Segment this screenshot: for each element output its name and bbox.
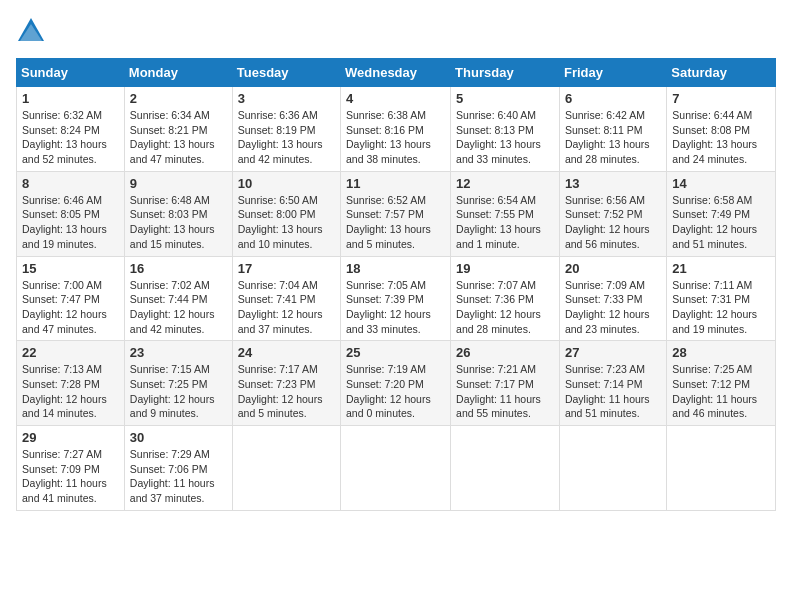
- calendar-cell: 11 Sunrise: 6:52 AMSunset: 7:57 PMDaylig…: [341, 171, 451, 256]
- day-number: 20: [565, 261, 661, 276]
- day-info: Sunrise: 6:52 AMSunset: 7:57 PMDaylight:…: [346, 193, 445, 252]
- calendar-cell: 12 Sunrise: 6:54 AMSunset: 7:55 PMDaylig…: [451, 171, 560, 256]
- day-number: 21: [672, 261, 770, 276]
- day-info: Sunrise: 7:15 AMSunset: 7:25 PMDaylight:…: [130, 362, 227, 421]
- day-number: 29: [22, 430, 119, 445]
- header-saturday: Saturday: [667, 59, 776, 87]
- day-info: Sunrise: 6:50 AMSunset: 8:00 PMDaylight:…: [238, 193, 335, 252]
- day-number: 18: [346, 261, 445, 276]
- calendar-cell: 5 Sunrise: 6:40 AMSunset: 8:13 PMDayligh…: [451, 87, 560, 172]
- day-number: 26: [456, 345, 554, 360]
- header-monday: Monday: [124, 59, 232, 87]
- day-info: Sunrise: 6:46 AMSunset: 8:05 PMDaylight:…: [22, 193, 119, 252]
- day-info: Sunrise: 6:32 AMSunset: 8:24 PMDaylight:…: [22, 108, 119, 167]
- day-number: 9: [130, 176, 227, 191]
- day-number: 24: [238, 345, 335, 360]
- day-number: 8: [22, 176, 119, 191]
- calendar-cell: [341, 426, 451, 511]
- day-info: Sunrise: 7:29 AMSunset: 7:06 PMDaylight:…: [130, 447, 227, 506]
- calendar-cell: 18 Sunrise: 7:05 AMSunset: 7:39 PMDaylig…: [341, 256, 451, 341]
- day-info: Sunrise: 7:00 AMSunset: 7:47 PMDaylight:…: [22, 278, 119, 337]
- day-info: Sunrise: 6:58 AMSunset: 7:49 PMDaylight:…: [672, 193, 770, 252]
- day-info: Sunrise: 7:13 AMSunset: 7:28 PMDaylight:…: [22, 362, 119, 421]
- header-friday: Friday: [559, 59, 666, 87]
- day-number: 5: [456, 91, 554, 106]
- day-info: Sunrise: 7:02 AMSunset: 7:44 PMDaylight:…: [130, 278, 227, 337]
- day-info: Sunrise: 6:44 AMSunset: 8:08 PMDaylight:…: [672, 108, 770, 167]
- page-header: [16, 16, 776, 46]
- calendar-cell: 3 Sunrise: 6:36 AMSunset: 8:19 PMDayligh…: [232, 87, 340, 172]
- logo-icon: [16, 16, 46, 46]
- day-number: 14: [672, 176, 770, 191]
- calendar-cell: 22 Sunrise: 7:13 AMSunset: 7:28 PMDaylig…: [17, 341, 125, 426]
- week-row-5: 29 Sunrise: 7:27 AMSunset: 7:09 PMDaylig…: [17, 426, 776, 511]
- calendar-cell: 10 Sunrise: 6:50 AMSunset: 8:00 PMDaylig…: [232, 171, 340, 256]
- day-number: 28: [672, 345, 770, 360]
- week-row-2: 8 Sunrise: 6:46 AMSunset: 8:05 PMDayligh…: [17, 171, 776, 256]
- day-number: 17: [238, 261, 335, 276]
- calendar-cell: [232, 426, 340, 511]
- day-info: Sunrise: 7:19 AMSunset: 7:20 PMDaylight:…: [346, 362, 445, 421]
- calendar-cell: 4 Sunrise: 6:38 AMSunset: 8:16 PMDayligh…: [341, 87, 451, 172]
- calendar-cell: [559, 426, 666, 511]
- calendar-body: 1 Sunrise: 6:32 AMSunset: 8:24 PMDayligh…: [17, 87, 776, 511]
- day-number: 10: [238, 176, 335, 191]
- calendar-cell: 23 Sunrise: 7:15 AMSunset: 7:25 PMDaylig…: [124, 341, 232, 426]
- day-info: Sunrise: 7:07 AMSunset: 7:36 PMDaylight:…: [456, 278, 554, 337]
- day-info: Sunrise: 7:09 AMSunset: 7:33 PMDaylight:…: [565, 278, 661, 337]
- calendar-cell: 26 Sunrise: 7:21 AMSunset: 7:17 PMDaylig…: [451, 341, 560, 426]
- day-info: Sunrise: 6:36 AMSunset: 8:19 PMDaylight:…: [238, 108, 335, 167]
- day-number: 13: [565, 176, 661, 191]
- calendar-cell: 7 Sunrise: 6:44 AMSunset: 8:08 PMDayligh…: [667, 87, 776, 172]
- calendar-cell: 21 Sunrise: 7:11 AMSunset: 7:31 PMDaylig…: [667, 256, 776, 341]
- day-number: 11: [346, 176, 445, 191]
- day-number: 30: [130, 430, 227, 445]
- day-info: Sunrise: 6:48 AMSunset: 8:03 PMDaylight:…: [130, 193, 227, 252]
- calendar-cell: 24 Sunrise: 7:17 AMSunset: 7:23 PMDaylig…: [232, 341, 340, 426]
- day-number: 7: [672, 91, 770, 106]
- day-number: 6: [565, 91, 661, 106]
- day-number: 16: [130, 261, 227, 276]
- week-row-1: 1 Sunrise: 6:32 AMSunset: 8:24 PMDayligh…: [17, 87, 776, 172]
- day-number: 4: [346, 91, 445, 106]
- header-wednesday: Wednesday: [341, 59, 451, 87]
- calendar-cell: 27 Sunrise: 7:23 AMSunset: 7:14 PMDaylig…: [559, 341, 666, 426]
- day-number: 27: [565, 345, 661, 360]
- day-info: Sunrise: 7:25 AMSunset: 7:12 PMDaylight:…: [672, 362, 770, 421]
- calendar-cell: 28 Sunrise: 7:25 AMSunset: 7:12 PMDaylig…: [667, 341, 776, 426]
- calendar-header-row: SundayMondayTuesdayWednesdayThursdayFrid…: [17, 59, 776, 87]
- calendar-cell: [451, 426, 560, 511]
- calendar-cell: 14 Sunrise: 6:58 AMSunset: 7:49 PMDaylig…: [667, 171, 776, 256]
- day-info: Sunrise: 6:54 AMSunset: 7:55 PMDaylight:…: [456, 193, 554, 252]
- calendar-cell: [667, 426, 776, 511]
- calendar-cell: 13 Sunrise: 6:56 AMSunset: 7:52 PMDaylig…: [559, 171, 666, 256]
- calendar-cell: 15 Sunrise: 7:00 AMSunset: 7:47 PMDaylig…: [17, 256, 125, 341]
- header-thursday: Thursday: [451, 59, 560, 87]
- header-tuesday: Tuesday: [232, 59, 340, 87]
- day-info: Sunrise: 6:34 AMSunset: 8:21 PMDaylight:…: [130, 108, 227, 167]
- calendar-cell: 1 Sunrise: 6:32 AMSunset: 8:24 PMDayligh…: [17, 87, 125, 172]
- calendar-cell: 19 Sunrise: 7:07 AMSunset: 7:36 PMDaylig…: [451, 256, 560, 341]
- week-row-3: 15 Sunrise: 7:00 AMSunset: 7:47 PMDaylig…: [17, 256, 776, 341]
- day-number: 22: [22, 345, 119, 360]
- calendar-cell: 8 Sunrise: 6:46 AMSunset: 8:05 PMDayligh…: [17, 171, 125, 256]
- day-number: 15: [22, 261, 119, 276]
- day-info: Sunrise: 7:05 AMSunset: 7:39 PMDaylight:…: [346, 278, 445, 337]
- calendar-cell: 30 Sunrise: 7:29 AMSunset: 7:06 PMDaylig…: [124, 426, 232, 511]
- day-number: 25: [346, 345, 445, 360]
- day-info: Sunrise: 7:27 AMSunset: 7:09 PMDaylight:…: [22, 447, 119, 506]
- day-info: Sunrise: 7:11 AMSunset: 7:31 PMDaylight:…: [672, 278, 770, 337]
- day-number: 19: [456, 261, 554, 276]
- calendar-cell: 25 Sunrise: 7:19 AMSunset: 7:20 PMDaylig…: [341, 341, 451, 426]
- day-info: Sunrise: 6:42 AMSunset: 8:11 PMDaylight:…: [565, 108, 661, 167]
- day-number: 2: [130, 91, 227, 106]
- day-info: Sunrise: 7:23 AMSunset: 7:14 PMDaylight:…: [565, 362, 661, 421]
- day-number: 1: [22, 91, 119, 106]
- header-sunday: Sunday: [17, 59, 125, 87]
- day-number: 3: [238, 91, 335, 106]
- calendar-cell: 17 Sunrise: 7:04 AMSunset: 7:41 PMDaylig…: [232, 256, 340, 341]
- day-info: Sunrise: 7:04 AMSunset: 7:41 PMDaylight:…: [238, 278, 335, 337]
- calendar-cell: 29 Sunrise: 7:27 AMSunset: 7:09 PMDaylig…: [17, 426, 125, 511]
- day-info: Sunrise: 7:21 AMSunset: 7:17 PMDaylight:…: [456, 362, 554, 421]
- week-row-4: 22 Sunrise: 7:13 AMSunset: 7:28 PMDaylig…: [17, 341, 776, 426]
